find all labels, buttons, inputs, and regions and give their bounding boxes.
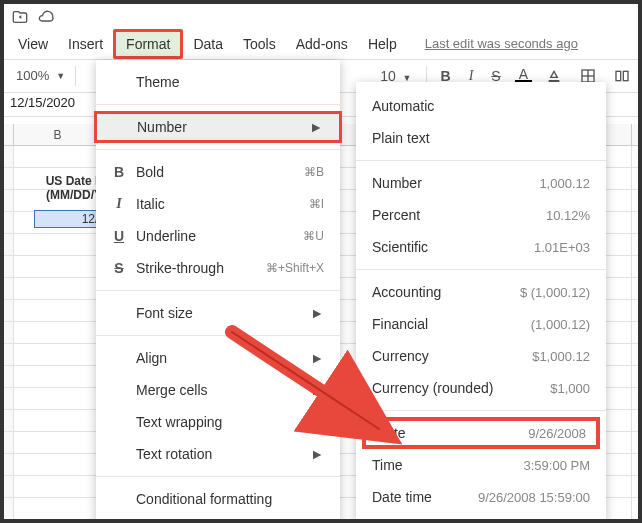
menu-data[interactable]: Data: [183, 32, 233, 56]
menu-bar: View Insert Format Data Tools Add-ons He…: [4, 29, 638, 59]
menu-tools[interactable]: Tools: [233, 32, 286, 56]
fmt-datetime[interactable]: Date time9/26/2008 15:59:00: [356, 481, 606, 513]
zoom-value: 100%: [16, 68, 49, 83]
menu-help[interactable]: Help: [358, 32, 407, 56]
fmt-date[interactable]: Date9/26/2008: [362, 417, 600, 449]
fmt-number[interactable]: Number1,000.12: [356, 167, 606, 199]
menu-underline[interactable]: U Underline ⌘U: [96, 220, 340, 252]
chevron-right-icon: ►: [310, 350, 324, 366]
menu-align[interactable]: Align ►: [96, 342, 340, 374]
menu-view[interactable]: View: [8, 32, 58, 56]
menu-format[interactable]: Format: [113, 29, 183, 59]
menu-strike[interactable]: S Strike-through ⌘+Shift+X: [96, 252, 340, 284]
fmt-currency-rounded[interactable]: Currency (rounded)$1,000: [356, 372, 606, 404]
merge-button[interactable]: [610, 67, 634, 84]
chevron-right-icon: ►: [309, 119, 323, 135]
menu-text-rotation[interactable]: Text rotation ►: [96, 438, 340, 470]
chevron-right-icon: ►: [310, 446, 324, 462]
cloud-saved-icon[interactable]: [38, 8, 54, 25]
menu-merge[interactable]: Merge cells ►: [96, 374, 340, 406]
svg-rect-5: [623, 72, 628, 81]
menu-number[interactable]: Number ►: [94, 111, 342, 143]
menu-italic[interactable]: I Italic ⌘I: [96, 188, 340, 220]
menu-insert[interactable]: Insert: [58, 32, 113, 56]
fmt-plain-text[interactable]: Plain text: [356, 122, 606, 154]
menu-theme[interactable]: Theme: [96, 66, 340, 98]
fmt-time[interactable]: Time3:59:00 PM: [356, 449, 606, 481]
text-color-button[interactable]: A: [515, 68, 532, 83]
fmt-accounting[interactable]: Accounting$ (1,000.12): [356, 276, 606, 308]
menu-bold[interactable]: B Bold ⌘B: [96, 156, 340, 188]
chevron-right-icon: ►: [310, 382, 324, 398]
menu-text-wrapping[interactable]: Text wrapping ►: [96, 406, 340, 438]
number-submenu: Automatic Plain text Number1,000.12 Perc…: [356, 82, 606, 521]
chevron-right-icon: ►: [310, 305, 324, 321]
fmt-percent[interactable]: Percent10.12%: [356, 199, 606, 231]
menu-font-size[interactable]: Font size ►: [96, 297, 340, 329]
caret-down-icon: ▼: [56, 71, 65, 81]
menu-conditional-formatting[interactable]: Conditional formatting: [96, 483, 340, 515]
svg-rect-4: [616, 72, 621, 81]
chevron-right-icon: ►: [310, 414, 324, 430]
menu-addons[interactable]: Add-ons: [286, 32, 358, 56]
title-bar-icons: [4, 4, 638, 29]
fmt-financial[interactable]: Financial(1,000.12): [356, 308, 606, 340]
last-edit-link[interactable]: Last edit was seconds ago: [425, 36, 578, 51]
move-icon[interactable]: [12, 8, 28, 25]
select-all-corner[interactable]: [4, 124, 14, 145]
format-menu: Theme Number ► B Bold ⌘B I Italic ⌘I U U…: [96, 60, 340, 523]
fmt-currency[interactable]: Currency$1,000.12: [356, 340, 606, 372]
fmt-scientific[interactable]: Scientific1.01E+03: [356, 231, 606, 263]
zoom-select[interactable]: 100% ▼: [10, 66, 71, 85]
fmt-automatic[interactable]: Automatic: [356, 90, 606, 122]
col-header-b[interactable]: B: [14, 124, 102, 145]
